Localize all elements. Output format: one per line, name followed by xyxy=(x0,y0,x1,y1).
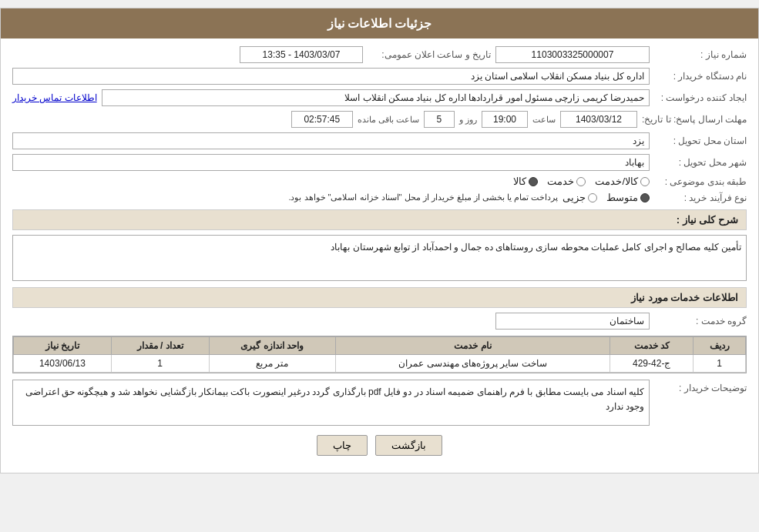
category-option-khedmat[interactable]: خدمت xyxy=(547,176,586,187)
deadline-days: 5 xyxy=(424,111,455,128)
category-option-kala-khedmat[interactable]: کالا/خدمت xyxy=(595,176,650,187)
city-label: شهر محل تحویل : xyxy=(654,157,747,168)
services-table: ردیف کد خدمت نام خدمت واحد اندازه گیری ت… xyxy=(12,336,747,373)
process-note: پرداخت تمام یا بخشی از مبلغ خریدار از مح… xyxy=(12,192,558,202)
process-label: نوع فرآیند خرید : xyxy=(654,192,747,203)
cell-date: 1403/06/13 xyxy=(14,355,112,373)
province-label: استان محل تحویل : xyxy=(654,136,747,146)
radio-jozi xyxy=(588,193,597,202)
creator-value: حمیدرضا کریمی زارچی مسئول امور قراردادها… xyxy=(102,89,650,106)
announcement-value: 1403/03/07 - 13:35 xyxy=(240,46,363,63)
radio-kala-khedmat xyxy=(640,177,650,186)
col-row: ردیف xyxy=(694,337,746,355)
buyer-notes-label: توضیحات خریدار : xyxy=(654,380,747,393)
back-button[interactable]: بازگشت xyxy=(375,435,442,456)
creator-link[interactable]: اطلاعات تماس خریدار xyxy=(12,92,97,103)
need-number-value: 1103003325000007 xyxy=(495,46,650,63)
buyer-notes-value: کلیه اسناد می بایست مطابق با فرم راهنمای… xyxy=(12,380,650,426)
button-row: بازگشت چاپ xyxy=(12,435,747,456)
deadline-time-label: ساعت xyxy=(532,115,556,125)
deadline-remaining: 02:57:45 xyxy=(291,111,353,128)
service-group-value: ساختمان xyxy=(495,313,650,330)
services-header: اطلاعات خدمات مورد نیاز xyxy=(12,287,747,308)
buyer-org-label: نام دستگاه خریدار : xyxy=(654,71,747,82)
deadline-days-label: روز و xyxy=(459,115,477,125)
process-radio-group: متوسط جزیی xyxy=(563,192,650,203)
creator-label: ایجاد کننده درخواست : xyxy=(654,92,747,103)
city-value: بهاباد xyxy=(12,154,650,171)
category-radio-group: کالا/خدمت خدمت کالا xyxy=(513,176,650,187)
deadline-date: 1403/03/12 xyxy=(560,111,637,128)
province-value: یزد xyxy=(12,132,650,149)
cell-row: 1 xyxy=(694,355,746,373)
radio-kala xyxy=(529,177,538,186)
process-label-motavaset: متوسط xyxy=(606,192,638,203)
table-row: 1 ج-42-429 ساخت سایر پروژه‌های مهندسی عم… xyxy=(14,355,746,373)
col-unit: واحد اندازه گیری xyxy=(209,337,335,355)
process-label-jozi: جزیی xyxy=(563,192,586,203)
deadline-time: 19:00 xyxy=(482,111,528,128)
page-title: جزئیات اطلاعات نیاز xyxy=(1,8,758,38)
process-option-jozi[interactable]: جزیی xyxy=(563,192,597,203)
col-date: تاریخ نیاز xyxy=(14,337,112,355)
cell-name: ساخت سایر پروژه‌های مهندسی عمران xyxy=(335,355,610,373)
cell-unit: متر مربع xyxy=(209,355,335,373)
description-value: تأمین کلیه مصالح و اجرای کامل عملیات محو… xyxy=(12,235,747,281)
category-option-kala[interactable]: کالا xyxy=(513,176,538,187)
col-code: کد خدمت xyxy=(610,337,694,355)
deadline-remaining-label: ساعت باقی مانده xyxy=(358,115,419,125)
radio-motavaset xyxy=(640,193,650,202)
category-label-khedmat: خدمت xyxy=(547,176,574,187)
buyer-org-value: اداره کل بنیاد مسکن انقلاب اسلامی استان … xyxy=(12,68,650,85)
deadline-label: مهلت ارسال پاسخ: تا تاریخ: xyxy=(642,114,747,125)
need-number-label: شماره نیاز : xyxy=(654,49,747,60)
category-label-kala: کالا xyxy=(513,176,526,187)
category-label: طبقه بندی موضوعی : xyxy=(654,176,747,187)
description-header: شرح کلی نیاز : xyxy=(12,209,747,230)
col-name: نام خدمت xyxy=(335,337,610,355)
cell-code: ج-42-429 xyxy=(610,355,694,373)
service-group-label: گروه خدمت : xyxy=(654,316,747,326)
announcement-label: تاریخ و ساعت اعلان عمومی: xyxy=(368,49,491,60)
category-label-kala-khedmat: کالا/خدمت xyxy=(595,176,638,187)
print-button[interactable]: چاپ xyxy=(317,435,368,456)
col-quantity: تعداد / مقدار xyxy=(111,337,209,355)
cell-quantity: 1 xyxy=(111,355,209,373)
radio-khedmat xyxy=(576,177,586,186)
process-option-motavaset[interactable]: متوسط xyxy=(606,192,650,203)
